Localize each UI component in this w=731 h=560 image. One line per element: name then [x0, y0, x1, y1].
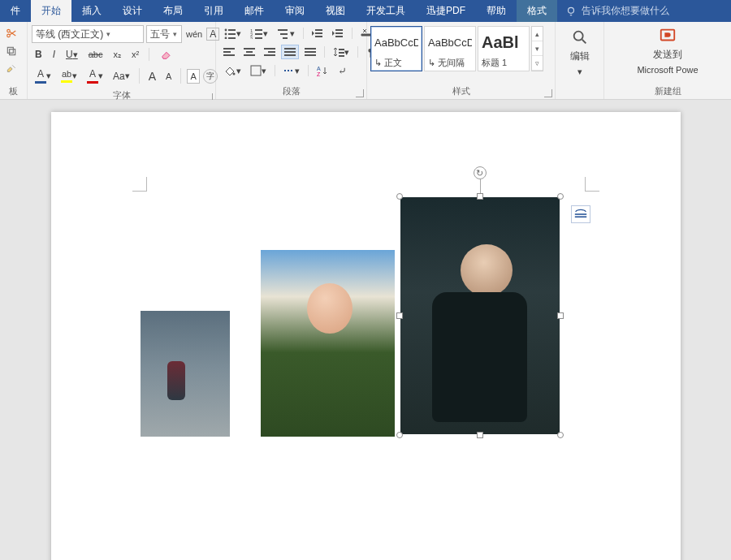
line-spacing-button[interactable]: ▾: [330, 44, 353, 60]
svg-rect-26: [223, 48, 235, 50]
grow-font-button[interactable]: A: [145, 67, 159, 85]
selected-image-container[interactable]: [400, 197, 560, 434]
character-shading-button[interactable]: A: [187, 69, 199, 84]
tab-home[interactable]: 开始: [31, 0, 71, 22]
multilevel-list-button[interactable]: ▾: [274, 25, 298, 41]
superscript-button[interactable]: x²: [128, 47, 142, 62]
paragraph-mark-icon: ⤶: [337, 65, 348, 76]
strikethrough-button[interactable]: abc: [85, 47, 106, 62]
inserted-image-3[interactable]: [400, 197, 560, 434]
svg-rect-40: [305, 54, 316, 56]
tell-me-search[interactable]: 告诉我你想要做什么: [557, 4, 677, 18]
styles-expand[interactable]: ▿: [532, 56, 543, 71]
sort-button[interactable]: AZ: [314, 62, 331, 79]
styles-scroll-down[interactable]: ▾: [532, 41, 543, 56]
highlight-button[interactable]: ab▾: [58, 67, 80, 85]
svg-rect-20: [315, 29, 322, 31]
borders-button[interactable]: ▾: [247, 62, 270, 79]
dialog-launcher-icon[interactable]: [356, 89, 364, 97]
copy-button[interactable]: [2, 43, 21, 59]
svg-rect-10: [228, 37, 236, 39]
style-heading-1[interactable]: AaBl 标题 1: [478, 26, 530, 71]
svg-text:A: A: [317, 66, 321, 71]
tab-help[interactable]: 帮助: [476, 0, 517, 22]
styles-scroll-up[interactable]: ▴: [532, 27, 543, 41]
toggle-formatting-marks-button[interactable]: ⤶: [334, 62, 352, 79]
style-normal[interactable]: AaBbCcDd ↳ 正文: [370, 26, 422, 71]
align-left-button[interactable]: [220, 45, 238, 59]
cut-button[interactable]: [2, 25, 21, 41]
increase-indent-button[interactable]: [329, 25, 347, 41]
svg-rect-35: [284, 48, 296, 50]
inserted-image-2[interactable]: [261, 250, 395, 437]
resize-handle-r[interactable]: [557, 312, 564, 319]
borders-icon: [250, 65, 262, 76]
resize-handle-tr[interactable]: [557, 193, 564, 200]
svg-rect-32: [264, 48, 275, 50]
resize-handle-bl[interactable]: [396, 432, 403, 438]
font-size-combo[interactable]: 五号▾: [146, 25, 182, 43]
snap-to-grid-button[interactable]: ▾: [280, 62, 303, 79]
tab-developer[interactable]: 开发工具: [356, 0, 416, 22]
list-bullets-icon: [223, 28, 236, 39]
font-family-combo[interactable]: 等线 (西文正文)▾: [32, 25, 144, 43]
bold-button[interactable]: B: [32, 46, 45, 62]
font-color-button[interactable]: A▾: [32, 66, 54, 86]
change-case-button[interactable]: Aa▾: [110, 68, 133, 84]
shrink-font-button[interactable]: A: [162, 69, 175, 84]
svg-rect-16: [255, 37, 262, 39]
style-no-spacing[interactable]: AaBbCcDd ↳ 无间隔: [424, 26, 476, 71]
send-to-powerpoint-button[interactable]: 发送到 Microsoft Powe: [627, 27, 708, 75]
numbering-button[interactable]: 123▾: [247, 25, 271, 41]
align-right-button[interactable]: [261, 45, 279, 59]
tab-xunjiepdf[interactable]: 迅捷PDF: [416, 0, 476, 22]
svg-point-1: [7, 29, 11, 32]
inserted-image-1[interactable]: [141, 311, 230, 437]
italic-button[interactable]: I: [50, 46, 58, 62]
resize-handle-l[interactable]: [396, 312, 403, 319]
decrease-indent-button[interactable]: [309, 25, 327, 41]
clear-formatting-button[interactable]: [156, 45, 177, 63]
resize-handle-t[interactable]: [477, 193, 483, 200]
tab-format[interactable]: 格式: [517, 0, 557, 22]
list-numbered-icon: 123: [250, 28, 263, 39]
layout-options-button[interactable]: [571, 205, 590, 223]
dialog-launcher-icon[interactable]: [544, 89, 552, 97]
outdent-icon: [312, 28, 323, 39]
align-center-button[interactable]: [240, 45, 258, 59]
styles-gallery-scroll[interactable]: ▴ ▾ ▿: [531, 26, 543, 71]
tab-insert[interactable]: 插入: [71, 0, 112, 22]
align-left-icon: [223, 47, 235, 57]
editing-button[interactable]: 编辑 ▾: [559, 28, 600, 77]
bullets-button[interactable]: ▾: [220, 25, 244, 41]
menu-bar: 件 开始 插入 设计 布局 引用 邮件 审阅 视图 开发工具 迅捷PDF 帮助 …: [0, 0, 731, 22]
tab-references[interactable]: 引用: [193, 0, 234, 22]
format-painter-button[interactable]: [2, 61, 21, 77]
subscript-button[interactable]: x₂: [110, 47, 124, 62]
svg-rect-55: [574, 213, 586, 215]
align-justify-icon: [284, 47, 296, 57]
page[interactable]: [51, 112, 681, 560]
group-label-newgroup: 新建组: [604, 85, 731, 99]
tab-view[interactable]: 视图: [315, 0, 356, 22]
tab-mailings[interactable]: 邮件: [234, 0, 275, 22]
resize-handle-br[interactable]: [557, 432, 564, 438]
rotate-handle[interactable]: [474, 166, 487, 179]
tab-layout[interactable]: 布局: [153, 0, 193, 22]
list-multilevel-icon: [277, 28, 290, 39]
underline-button[interactable]: U▾: [63, 46, 81, 62]
resize-handle-b[interactable]: [477, 432, 483, 438]
svg-rect-22: [315, 36, 322, 37]
layout-options-icon: [574, 209, 587, 220]
distribute-button[interactable]: [301, 45, 319, 59]
tab-review[interactable]: 审阅: [275, 0, 315, 22]
document-canvas[interactable]: [0, 100, 731, 560]
phonetic-guide-button[interactable]: wén: [183, 27, 205, 41]
tab-design[interactable]: 设计: [112, 0, 153, 22]
svg-rect-27: [223, 51, 231, 53]
shading-button[interactable]: ▾: [220, 62, 244, 79]
resize-handle-tl[interactable]: [396, 193, 403, 200]
tab-file[interactable]: 件: [0, 0, 31, 22]
align-justify-button[interactable]: [281, 45, 299, 59]
text-color-button[interactable]: A▾: [84, 66, 106, 86]
